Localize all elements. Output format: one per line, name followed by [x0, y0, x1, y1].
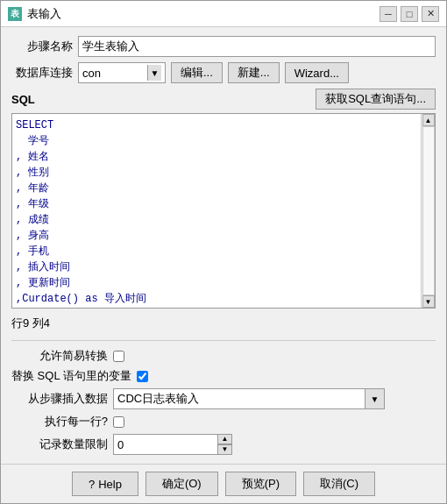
- minimize-button[interactable]: ─: [380, 6, 397, 22]
- replace-var-label: 替换 SQL 语句里的变量: [11, 368, 131, 384]
- allow-convert-label: 允许简易转换: [11, 348, 108, 364]
- execute-each-row: 执行每一行?: [11, 414, 436, 429]
- main-window: 表 表输入 ─ □ ✕ 步骤名称 数据库连接 con ▼ 编辑... 新建...…: [0, 0, 447, 504]
- insert-from-arrow[interactable]: ▼: [365, 388, 385, 409]
- scroll-track[interactable]: [422, 126, 435, 295]
- status-row: 行9 列4: [11, 314, 436, 333]
- sql-header: SQL 获取SQL查询语句...: [11, 89, 436, 110]
- sql-scrollbar: ▲ ▼: [421, 114, 435, 308]
- spin-up-button[interactable]: ▲: [218, 434, 232, 444]
- sql-area-wrapper: ▲ ▼: [11, 113, 436, 309]
- insert-from-combo-wrapper: ▼: [113, 388, 385, 409]
- step-name-row: 步骤名称: [11, 36, 436, 57]
- record-limit-input[interactable]: [113, 434, 218, 455]
- cursor-status: 行9 列4: [11, 316, 50, 330]
- window-title: 表输入: [27, 6, 380, 22]
- execute-each-checkbox-wrapper: [113, 416, 124, 428]
- replace-var-row: 替换 SQL 语句里的变量: [11, 368, 436, 384]
- execute-each-checkbox[interactable]: [113, 416, 124, 428]
- new-button[interactable]: 新建...: [228, 62, 280, 83]
- sql-textarea[interactable]: [12, 114, 421, 308]
- record-limit-spinners: ▲ ▼: [218, 434, 232, 455]
- execute-each-label: 执行每一行?: [11, 414, 108, 429]
- db-combo[interactable]: con ▼: [78, 62, 166, 83]
- insert-from-input[interactable]: [113, 388, 365, 409]
- separator-1: [11, 340, 436, 341]
- allow-convert-row: 允许简易转换: [11, 348, 436, 364]
- insert-from-label: 从步骤插入数据: [11, 391, 108, 407]
- sql-section: SQL 获取SQL查询语句... ▲ ▼: [11, 89, 436, 309]
- allow-convert-checkbox[interactable]: [113, 351, 124, 362]
- db-label: 数据库连接: [11, 65, 73, 81]
- options-section: 允许简易转换 替换 SQL 语句里的变量 从步骤插入数据 ▼: [11, 348, 436, 455]
- record-limit-wrapper: ▲ ▼: [113, 434, 232, 455]
- cancel-button[interactable]: 取消(C): [303, 472, 375, 496]
- step-name-input[interactable]: [78, 36, 436, 57]
- window-icon: 表: [8, 7, 22, 21]
- replace-var-checkbox[interactable]: [137, 371, 148, 382]
- insert-from-row: 从步骤插入数据 ▼: [11, 388, 436, 409]
- edit-button[interactable]: 编辑...: [171, 62, 223, 83]
- window-controls: ─ □ ✕: [380, 6, 439, 22]
- help-label: Help: [98, 478, 122, 491]
- scroll-down-arrow[interactable]: ▼: [422, 295, 435, 308]
- scroll-up-arrow[interactable]: ▲: [422, 114, 435, 126]
- wizard-button[interactable]: Wizard...: [285, 62, 349, 83]
- title-bar: 表 表输入 ─ □ ✕: [1, 1, 446, 27]
- help-icon: ?: [89, 478, 95, 491]
- db-combo-arrow[interactable]: ▼: [147, 65, 161, 81]
- dialog-content: 步骤名称 数据库连接 con ▼ 编辑... 新建... Wizard... S…: [1, 27, 446, 464]
- get-sql-button[interactable]: 获取SQL查询语句...: [316, 89, 436, 110]
- db-connection-row: 数据库连接 con ▼ 编辑... 新建... Wizard...: [11, 62, 436, 83]
- help-button[interactable]: ? Help: [72, 472, 138, 496]
- allow-convert-checkbox-wrapper: [113, 351, 124, 362]
- replace-var-checkbox-wrapper: [137, 371, 148, 382]
- step-name-label: 步骤名称: [11, 39, 73, 54]
- maximize-button[interactable]: □: [401, 6, 418, 22]
- record-limit-label: 记录数量限制: [11, 437, 108, 452]
- spin-down-button[interactable]: ▼: [218, 444, 232, 455]
- close-button[interactable]: ✕: [422, 6, 439, 22]
- record-limit-row: 记录数量限制 ▲ ▼: [11, 434, 436, 455]
- ok-button[interactable]: 确定(O): [145, 472, 218, 496]
- db-combo-text: con: [82, 67, 147, 80]
- dialog-footer: ? Help 确定(O) 预览(P) 取消(C): [1, 464, 446, 503]
- sql-label: SQL: [11, 93, 35, 106]
- preview-button[interactable]: 预览(P): [225, 472, 296, 496]
